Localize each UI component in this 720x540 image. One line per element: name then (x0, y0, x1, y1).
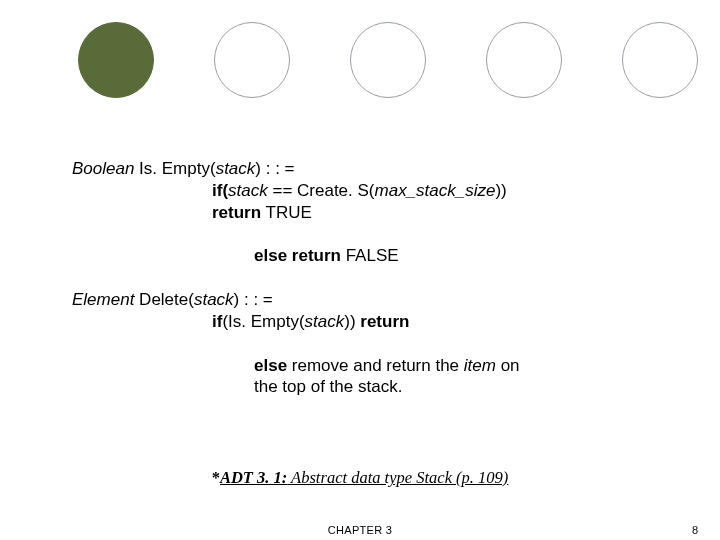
kw-if: if( (212, 181, 228, 200)
func-name: Is. Empty( (134, 159, 215, 178)
text-top-of-stack: the top of the stack. (254, 376, 684, 398)
caption-star: * (212, 468, 220, 487)
arg-stack: stack (305, 312, 345, 331)
open-isempty: (Is. Empty( (222, 312, 304, 331)
func-arg: stack (194, 290, 234, 309)
func-arg: stack (216, 159, 256, 178)
text-on: on (496, 356, 520, 375)
kw-return: return (360, 312, 409, 331)
circle-outline (622, 22, 698, 98)
decl-tail: ) : : = (255, 159, 294, 178)
isempty-else: else return FALSE (72, 245, 684, 267)
param-max: max_stack_size (375, 181, 496, 200)
eq-create: == Create. S( (268, 181, 375, 200)
chapter-label: CHAPTER 3 (0, 524, 720, 536)
func-name: Delete( (134, 290, 194, 309)
kw-else: else (254, 356, 287, 375)
word-item: item (464, 356, 496, 375)
return-type: Boolean (72, 159, 134, 178)
arg-stack: stack (228, 181, 268, 200)
delete-else: else remove and return the item on the t… (72, 355, 684, 399)
close-paren: )) (495, 181, 506, 200)
caption-rest: Abstract data type Stack (p. 109) (287, 468, 508, 487)
circle-filled (78, 22, 154, 98)
kw-if: if (212, 312, 222, 331)
page-number: 8 (692, 524, 698, 536)
delete-declaration: Element Delete(stack) : : = if(Is. Empty… (72, 289, 684, 333)
circle-outline (350, 22, 426, 98)
circle-outline (486, 22, 562, 98)
figure-caption: *ADT 3. 1: Abstract data type Stack (p. … (0, 468, 720, 488)
val-true: TRUE (261, 203, 312, 222)
decl-tail: ) : : = (234, 290, 273, 309)
isempty-declaration: Boolean Is. Empty(stack) : : = if(stack … (72, 158, 684, 223)
kw-return: return (212, 203, 261, 222)
close-paren: )) (344, 312, 360, 331)
decorative-circles (0, 22, 720, 98)
kw-return: return (292, 246, 341, 265)
val-false: FALSE (341, 246, 399, 265)
caption-title: ADT 3. 1: (220, 468, 287, 487)
text-remove: remove and return the (287, 356, 464, 375)
slide-body: Boolean Is. Empty(stack) : : = if(stack … (72, 158, 684, 420)
circle-outline (214, 22, 290, 98)
kw-else: else (254, 246, 287, 265)
return-type: Element (72, 290, 134, 309)
